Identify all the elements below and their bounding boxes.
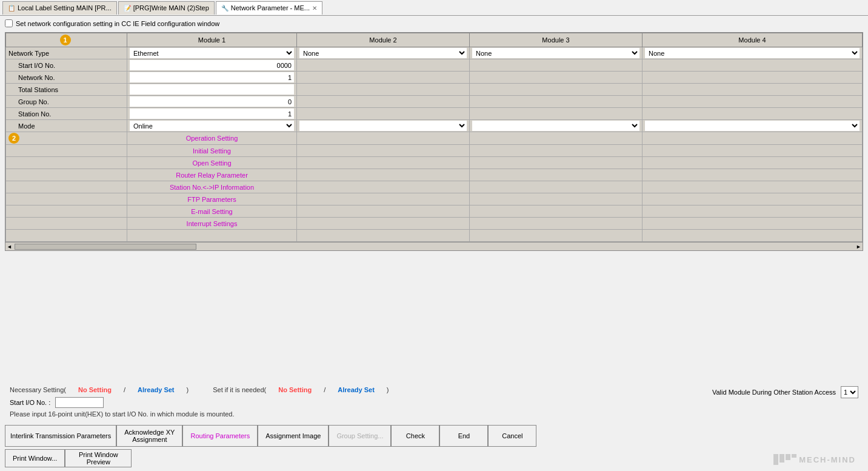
module2-operation-setting: [297, 132, 470, 145]
tab-prg[interactable]: 📝 [PRG]Write MAIN (2)Step: [118, 1, 215, 15]
module1-network-no[interactable]: [127, 72, 297, 84]
row-empty-1: [6, 230, 863, 242]
module1-open-setting[interactable]: Open Setting: [127, 157, 297, 169]
main-content: Set network configuration setting in CC …: [0, 16, 868, 471]
module1-operation-setting[interactable]: Operation Setting: [127, 132, 297, 145]
row-router-relay: Router Relay Parameter: [6, 169, 863, 181]
module1-station-no[interactable]: [127, 108, 297, 120]
tab-local-label[interactable]: 📋 Local Label Setting MAIN [PR...: [2, 1, 117, 15]
scroll-right-arrow[interactable]: ►: [855, 244, 863, 250]
module1-network-type[interactable]: Ethernet None: [127, 47, 297, 59]
module3-operation-setting: [470, 132, 643, 145]
label-mode: Mode: [6, 120, 127, 132]
start-io-input[interactable]: [55, 397, 104, 408]
legend-area: Necessary Setting( No Setting / Already …: [10, 386, 389, 418]
module1-total-stations[interactable]: [127, 84, 297, 96]
module1-start-io[interactable]: [127, 59, 297, 72]
routing-btn[interactable]: Routing Parameters: [182, 425, 258, 447]
module3-network-type[interactable]: None Ethernet: [470, 47, 643, 59]
module1-group-no[interactable]: [127, 96, 297, 108]
module4-mode[interactable]: [643, 120, 863, 132]
row-ftp: FTP Parameters: [6, 193, 863, 205]
module1-router-relay[interactable]: Router Relay Parameter: [127, 169, 297, 181]
col-header-module4: Module 4: [643, 33, 863, 47]
print-window-btn[interactable]: Print Window...: [5, 449, 65, 467]
col-header-module3: Module 3: [470, 33, 643, 47]
acknowledge-btn[interactable]: Acknowledge XY Assignment: [116, 425, 182, 447]
necessary-no-setting: No Setting: [78, 386, 112, 393]
module1-total-stations-input[interactable]: [130, 84, 294, 95]
module1-mode-select[interactable]: Online Offline: [130, 121, 294, 131]
row-mode: Mode Online Offline: [6, 120, 863, 132]
module2-interrupt: [297, 218, 470, 230]
tab-network-close[interactable]: ✕: [312, 5, 317, 12]
scroll-thumb[interactable]: [15, 244, 196, 250]
watermark: MECH-MIND: [773, 454, 856, 465]
module2-router-relay: [297, 169, 470, 181]
label-router-empty: [6, 169, 127, 181]
module1-station-ip[interactable]: Station No.<->IP Information: [127, 181, 297, 193]
cancel-btn[interactable]: Cancel: [488, 425, 536, 447]
assignment-image-btn[interactable]: Assignment Image: [258, 425, 329, 447]
module2-network-no: [297, 72, 470, 84]
module3-email: [470, 205, 643, 218]
module4-network-type-select[interactable]: None Ethernet: [645, 48, 860, 58]
interlink-btn[interactable]: Interlink Transmission Parameters: [5, 425, 116, 447]
tab-network[interactable]: 🔧 Network Parameter - ME... ✕: [216, 1, 322, 15]
tab-prg-label-text: [PRG]Write MAIN (2)Step: [133, 4, 209, 12]
module3-network-type-select[interactable]: None Ethernet: [472, 48, 639, 58]
module3-mode-select[interactable]: [472, 121, 639, 131]
module1-station-no-input[interactable]: [130, 109, 294, 119]
col-header-module2: Module 2: [297, 33, 470, 47]
check-btn[interactable]: Check: [391, 425, 439, 447]
module4-network-type[interactable]: None Ethernet: [643, 47, 863, 59]
module1-mode[interactable]: Online Offline: [127, 120, 297, 132]
module4-operation-setting: [643, 132, 863, 145]
module4-total-stations: [643, 84, 863, 96]
label-network-no: Network No.: [6, 72, 127, 84]
config-checkbox[interactable]: [5, 19, 13, 27]
module1-group-no-input[interactable]: [130, 96, 294, 107]
module1-network-no-input[interactable]: [130, 72, 294, 82]
row-open-setting: Open Setting: [6, 157, 863, 169]
label-station-ip-empty: [6, 181, 127, 193]
module2-network-type-select[interactable]: None Ethernet: [299, 48, 467, 58]
module3-mode[interactable]: [470, 120, 643, 132]
end-btn[interactable]: End: [439, 425, 488, 447]
label-initial-empty: [6, 145, 127, 157]
module1-email[interactable]: E-mail Setting: [127, 205, 297, 218]
bottom-buttons-area: Interlink Transmission Parameters Acknow…: [5, 425, 863, 467]
module3-start-io: [470, 59, 643, 72]
config-checkbox-label: Set network configuration setting in CC …: [16, 20, 219, 27]
col-header-module1: Module 1: [127, 33, 297, 47]
module2-network-type[interactable]: None Ethernet: [297, 47, 470, 59]
valid-module-select[interactable]: 1 2 3 4: [841, 386, 858, 398]
module1-ftp[interactable]: FTP Parameters: [127, 193, 297, 205]
module3-total-stations: [470, 84, 643, 96]
set-if-sep: /: [324, 386, 326, 393]
tab-local-icon: 📋: [8, 5, 15, 12]
module1-interrupt[interactable]: Interrupt Settings: [127, 218, 297, 230]
row-operation-setting: 2 Operation Setting: [6, 132, 863, 145]
module1-network-type-select[interactable]: Ethernet None: [130, 48, 294, 58]
horizontal-scrollbar[interactable]: ◄ ►: [5, 242, 863, 251]
module4-email: [643, 205, 863, 218]
module3-network-no: [470, 72, 643, 84]
module2-mode[interactable]: [297, 120, 470, 132]
module3-group-no: [470, 96, 643, 108]
print-preview-btn[interactable]: Print Window Preview: [65, 449, 132, 467]
module3-ftp: [470, 193, 643, 205]
set-if-already-set: Already Set: [338, 386, 375, 393]
module3-initial-setting: [470, 145, 643, 157]
label-network-type: Network Type: [6, 47, 127, 59]
badge-1: 1: [60, 35, 71, 45]
module3-interrupt: [470, 218, 643, 230]
group-setting-btn[interactable]: Group Setting...: [329, 425, 391, 447]
module1-initial-setting[interactable]: Initial Setting: [127, 145, 297, 157]
module1-start-io-input[interactable]: [130, 60, 294, 70]
module2-mode-select[interactable]: [299, 121, 467, 131]
scroll-left-arrow[interactable]: ◄: [5, 244, 13, 250]
module4-mode-select[interactable]: [645, 121, 860, 131]
row-interrupt: Interrupt Settings: [6, 218, 863, 230]
module2-start-io: [297, 59, 470, 72]
